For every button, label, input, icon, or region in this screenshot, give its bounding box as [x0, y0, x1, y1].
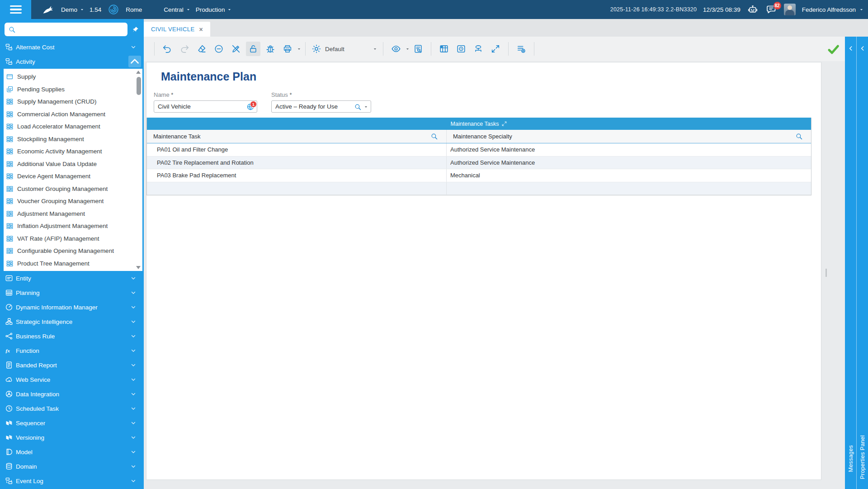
collapse-left-icon[interactable] — [846, 43, 855, 54]
sidebar-subitem-load-accelerator-management[interactable]: Load Accelerator Management — [4, 120, 142, 133]
sidebar-subitem-supply-management-crud[interactable]: Supply Management (CRUD) — [4, 95, 142, 108]
unlock-button[interactable] — [246, 42, 260, 56]
print-button[interactable] — [280, 42, 295, 56]
sidebar-subitem-pending-supplies[interactable]: Pending Supplies — [4, 83, 142, 96]
grid-icon — [6, 160, 14, 168]
sidebar-item-business-rule[interactable]: Business Rule — [0, 329, 144, 343]
gridsolid-icon — [5, 289, 13, 297]
sidebar-item-data-integration[interactable]: Data Integration — [0, 387, 144, 401]
cell-maintenance-specialty[interactable]: Authorized Service Maintenance — [447, 157, 811, 169]
cell-maintenance-task[interactable]: PA01 Oil and Filter Change — [147, 143, 447, 156]
grid-title-bar: Maintenance Tasks — [147, 118, 811, 130]
user-menu[interactable]: Federico Alfredsson — [802, 6, 863, 13]
column-header-maintenance-specialty[interactable]: Maintenance Specialty — [447, 130, 811, 143]
messages-panel-tab[interactable]: Messages — [848, 445, 854, 472]
cell-maintenance-specialty[interactable]: Authorized Service Maintenance — [447, 143, 811, 156]
table-row[interactable]: PA02 Tire Replacement and RotationAuthor… — [147, 157, 811, 170]
properties-panel-strip: Properties Panel — [856, 37, 868, 489]
properties-panel-tab[interactable]: Properties Panel — [859, 435, 866, 479]
list-remove-button[interactable] — [514, 42, 528, 56]
sidebar-search[interactable] — [5, 23, 127, 36]
table-row[interactable] — [147, 182, 811, 195]
tab-civil-vehicle[interactable]: CIVIL VEHICLE × — [144, 22, 210, 37]
search-lookup-icon[interactable] — [354, 103, 362, 111]
sidebar-search-input[interactable] — [19, 26, 124, 33]
sidebar-subitem-inflation-adjustment-management[interactable]: Inflation Adjustment Management — [4, 220, 142, 233]
environment-selector[interactable]: Demo — [58, 0, 87, 19]
sidebar-subitem-economic-activity-management[interactable]: Economic Activity Management — [4, 145, 142, 158]
assistant-button[interactable] — [747, 4, 759, 16]
name-input[interactable] — [154, 100, 257, 113]
cell-maintenance-specialty[interactable] — [447, 182, 811, 195]
sidebar-item-versioning[interactable]: Versioning — [0, 430, 144, 445]
sidebar-subitem-voucher-grouping-management[interactable]: Voucher Grouping Management — [4, 195, 142, 208]
undo-button[interactable] — [160, 42, 175, 56]
cell-maintenance-task[interactable] — [147, 182, 447, 195]
redo-icon — [179, 44, 189, 54]
cell-maintenance-specialty[interactable]: Mechanical — [447, 169, 811, 182]
sidebar-item-alternate-cost[interactable]: Alternate Cost — [0, 40, 144, 54]
sidebar-item-sequencer[interactable]: Sequencer — [0, 416, 144, 430]
sidebar-item-domain[interactable]: Domain — [0, 459, 144, 474]
sidebar-subitem-supply[interactable]: Supply — [4, 71, 142, 83]
hamburger-menu-button[interactable] — [0, 0, 31, 19]
expand-grid-icon[interactable] — [501, 121, 507, 127]
sidebar-subitem-product-tree-management[interactable]: Product Tree Management — [4, 257, 142, 270]
sidebar-item-activity[interactable]: Activity — [0, 54, 144, 69]
region-selector[interactable]: Central — [161, 0, 193, 19]
sidebar-item-model[interactable]: Model — [0, 445, 144, 459]
user-avatar[interactable] — [784, 4, 796, 15]
caret-down-icon[interactable] — [406, 47, 410, 51]
sidebar-subitem-vat-rate-afip-management[interactable]: VAT Rate (AFIP) Management — [4, 233, 142, 245]
remove-record-button[interactable] — [212, 42, 226, 56]
sidebar-subitem-device-agent-management[interactable]: Device Agent Management — [4, 170, 142, 183]
column-header-maintenance-task[interactable]: Maintenance Task — [147, 130, 447, 143]
table-row[interactable]: PA01 Oil and Filter ChangeAuthorized Ser… — [147, 143, 811, 157]
sidebar-item-strategic-intelligence[interactable]: Strategic Intelligence — [0, 314, 144, 329]
sidebar-item-web-service[interactable]: Web Service — [0, 372, 144, 387]
document-search-button[interactable] — [411, 42, 425, 56]
sidebar-item-event-log[interactable]: Event Log — [0, 474, 144, 488]
table-row[interactable]: PA03 Brake Pad ReplacementMechanical — [147, 169, 811, 182]
sidebar-item-banded-report[interactable]: Banded Report — [0, 358, 144, 372]
doc-icon — [5, 361, 13, 369]
sidebar-item-function[interactable]: fxFunction — [0, 343, 144, 358]
view-settings-combobox[interactable]: Default — [311, 44, 377, 54]
cell-maintenance-task[interactable]: PA02 Tire Replacement and Rotation — [147, 157, 447, 169]
grid-icon — [6, 247, 14, 255]
cell-maintenance-task[interactable]: PA03 Brake Pad Replacement — [147, 169, 447, 182]
sidebar-subitem-adjustment-management[interactable]: Adjustment Management — [4, 208, 142, 220]
chevron-up-icon[interactable] — [128, 56, 141, 67]
sidebar-subitem-commercial-action-management[interactable]: Commercial Action Management — [4, 108, 142, 121]
clear-button[interactable] — [194, 42, 209, 56]
sidebar-item-dynamic-information-manager[interactable]: Dynamic Information Manager — [0, 300, 144, 314]
search-icon[interactable] — [430, 133, 438, 140]
caret-down-icon[interactable] — [364, 105, 368, 109]
scrollbar-thumb[interactable] — [826, 269, 827, 277]
search-icon[interactable] — [795, 133, 803, 140]
sidebar-item-entity[interactable]: Entity — [0, 271, 144, 285]
record-view-button[interactable] — [454, 42, 468, 56]
sidebar-item-scheduled-task[interactable]: Scheduled Task — [0, 401, 144, 416]
scroll-up-icon[interactable] — [136, 71, 141, 74]
collapse-left-icon[interactable] — [858, 43, 867, 54]
sidebar-subitem-configurable-opening-management[interactable]: Configurable Opening Management — [4, 245, 142, 257]
sidebar-subitem-additional-value-data-update[interactable]: Additional Value Data Update — [4, 158, 142, 171]
submenu-scrollbar-thumb[interactable] — [137, 77, 141, 95]
sidebar-subitem-stockpiling-management[interactable]: Stockpiling Management — [4, 133, 142, 146]
tree-view-button[interactable] — [471, 42, 486, 56]
pin-sidebar-button[interactable] — [129, 24, 141, 35]
sidebar-item-planning[interactable]: Planning — [0, 285, 144, 300]
preview-button[interactable] — [389, 42, 403, 56]
sidebar-subitem-customer-grouping-management[interactable]: Customer Grouping Management — [4, 183, 142, 195]
notifications-button[interactable]: 82 — [765, 4, 778, 16]
caret-down-icon[interactable] — [297, 47, 301, 51]
debug-button[interactable] — [263, 42, 278, 56]
scroll-down-icon[interactable] — [136, 266, 141, 269]
expand-view-button[interactable] — [488, 42, 503, 56]
close-icon[interactable]: × — [199, 26, 203, 33]
grid-view-button[interactable] — [437, 42, 451, 56]
mode-selector[interactable]: Production — [193, 0, 235, 19]
confirm-button[interactable] — [827, 43, 840, 55]
edit-off-button[interactable] — [229, 42, 243, 56]
